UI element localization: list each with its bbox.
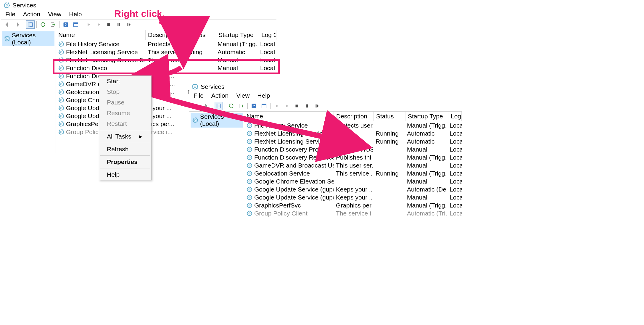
table-row[interactable]: Google Update Service (gupdate)Keeps you… bbox=[244, 185, 462, 193]
menu-file[interactable]: File bbox=[194, 92, 204, 99]
service-startup: Automatic (De... bbox=[405, 185, 447, 194]
svg-rect-16 bbox=[262, 104, 266, 105]
service-status bbox=[373, 149, 405, 150]
service-status bbox=[373, 181, 405, 182]
service-desc: S... bbox=[145, 64, 185, 72]
col-name[interactable]: Name bbox=[56, 30, 146, 40]
refresh-button[interactable] bbox=[38, 20, 47, 29]
table-row[interactable]: File History ServiceProtects user...Manu… bbox=[56, 40, 276, 48]
menu-action[interactable]: Action bbox=[23, 11, 40, 18]
show-hide-tree-button[interactable] bbox=[214, 102, 223, 110]
gear-icon bbox=[247, 186, 252, 192]
col-status[interactable]: Status bbox=[186, 30, 216, 40]
gear-icon bbox=[58, 113, 64, 119]
pause-service-button[interactable] bbox=[302, 102, 311, 110]
ctx-all-tasks[interactable]: All Tasks▶ bbox=[99, 131, 151, 142]
table-row[interactable]: Function Discosnes thi... bbox=[56, 72, 276, 80]
play-service-button[interactable] bbox=[282, 102, 291, 110]
menu-action[interactable]: Action bbox=[211, 92, 228, 99]
help-button[interactable] bbox=[249, 102, 258, 110]
start-button[interactable] bbox=[272, 102, 281, 110]
ctx-help[interactable]: Help bbox=[99, 169, 151, 180]
col-description[interactable]: Description bbox=[334, 112, 374, 121]
table-row[interactable]: File History ServiceProtects user...Manu… bbox=[244, 121, 462, 129]
col-name[interactable]: Name bbox=[244, 112, 334, 121]
ctx-refresh[interactable]: Refresh bbox=[99, 144, 151, 155]
window-title: Services bbox=[12, 2, 36, 9]
gear-icon bbox=[58, 129, 64, 135]
table-row[interactable]: FlexNet Licensing Service 64This servRun… bbox=[244, 137, 462, 145]
tree-services-local[interactable]: Services (Local) bbox=[2, 31, 54, 46]
service-startup: Automatic (Tri... bbox=[405, 209, 447, 218]
table-row[interactable]: Function DiscoS...ManualLocal Service bbox=[56, 64, 276, 72]
ctx-stop: Stop bbox=[99, 86, 151, 97]
col-description[interactable]: Description bbox=[146, 30, 186, 40]
service-startup: Automatic bbox=[405, 129, 447, 138]
list-header: Name Description Status Startup Type Log… bbox=[244, 112, 462, 121]
gear-icon bbox=[4, 2, 10, 9]
table-row[interactable]: GameDVR and Broadcast User S...This user… bbox=[244, 161, 462, 169]
ctx-properties[interactable]: Properties bbox=[99, 157, 151, 167]
service-startup: Automatic bbox=[215, 48, 258, 56]
stop-service-button[interactable] bbox=[292, 102, 301, 110]
menu-help[interactable]: Help bbox=[69, 11, 82, 18]
table-row[interactable]: Geolocation ServiceThis service ...Runni… bbox=[244, 169, 462, 177]
back-button[interactable] bbox=[3, 20, 12, 29]
service-status bbox=[373, 205, 405, 206]
restart-service-button[interactable] bbox=[313, 102, 321, 110]
properties-button[interactable] bbox=[260, 102, 268, 110]
menu-file[interactable]: File bbox=[5, 11, 15, 18]
service-logon: Local System bbox=[258, 56, 276, 64]
service-name: FlexNet Licensing Service 64 bbox=[66, 57, 145, 64]
tree-root-label: Services (Local) bbox=[200, 113, 241, 127]
properties-button[interactable] bbox=[71, 20, 80, 29]
service-name: File History Service bbox=[66, 41, 120, 48]
service-status bbox=[373, 165, 405, 166]
table-row[interactable]: Google Update Service (gupdate...Keeps y… bbox=[244, 193, 462, 201]
stop-service-button[interactable] bbox=[104, 20, 113, 29]
table-row[interactable]: Google Chrome Elevation ServiceManualLoc… bbox=[244, 177, 462, 185]
export-button[interactable] bbox=[237, 102, 246, 110]
service-name: File History Service bbox=[254, 122, 308, 129]
table-row[interactable]: FlexNet Licensing Service 64This service… bbox=[56, 56, 276, 64]
table-row[interactable]: Function Discovery Resource Pu...Publish… bbox=[244, 153, 462, 161]
col-status[interactable]: Status bbox=[374, 112, 405, 121]
service-logon: Local Syste bbox=[447, 121, 462, 130]
menu-view[interactable]: View bbox=[236, 92, 249, 99]
services-list: Name Description Status Startup Type Log… bbox=[244, 112, 462, 230]
start-button[interactable] bbox=[84, 20, 93, 29]
help-button[interactable] bbox=[61, 20, 70, 29]
export-button[interactable] bbox=[49, 20, 57, 29]
tree-services-local[interactable]: Services (Local) bbox=[191, 113, 243, 128]
table-row[interactable]: FlexNet Licensing ServiceThis servicenni… bbox=[56, 48, 276, 56]
col-logon[interactable]: Log On As bbox=[448, 112, 462, 121]
gear-icon bbox=[58, 65, 64, 71]
table-row[interactable]: Function Discovery Provider HostThe FDPH… bbox=[244, 145, 462, 153]
restart-service-button[interactable] bbox=[124, 20, 133, 29]
table-row[interactable]: GraphicsPerfSvcGraphics per...Manual (Tr… bbox=[244, 201, 462, 209]
service-startup: Manual bbox=[405, 177, 447, 186]
forward-button[interactable] bbox=[13, 20, 22, 29]
menu-help[interactable]: Help bbox=[257, 92, 270, 99]
service-desc: This service ... bbox=[334, 169, 373, 178]
pause-service-button[interactable] bbox=[114, 20, 123, 29]
col-startup[interactable]: Startup Type bbox=[216, 30, 259, 40]
menu-view[interactable]: View bbox=[48, 11, 61, 18]
svg-rect-14 bbox=[216, 104, 218, 108]
col-logon[interactable]: Log On As bbox=[259, 30, 276, 40]
back-button[interactable] bbox=[191, 102, 200, 110]
gear-icon bbox=[247, 123, 252, 128]
ctx-start[interactable]: Start bbox=[99, 76, 151, 86]
col-startup[interactable]: Startup Type bbox=[405, 112, 448, 121]
table-row[interactable]: Group Policy ClientThe service i...Autom… bbox=[244, 209, 462, 217]
table-row[interactable]: FlexNet Licensing ServiceRunningAutomati… bbox=[244, 129, 462, 137]
gear-icon bbox=[58, 41, 64, 47]
forward-button[interactable] bbox=[201, 102, 210, 110]
play-service-button[interactable] bbox=[94, 20, 103, 29]
tree-panel: Services (Local) bbox=[1, 30, 56, 153]
service-desc: Keeps your ... bbox=[334, 193, 373, 202]
show-hide-tree-button[interactable] bbox=[26, 20, 35, 29]
gear-icon bbox=[247, 131, 252, 136]
refresh-button[interactable] bbox=[227, 102, 236, 110]
service-startup: Manual bbox=[215, 56, 258, 64]
